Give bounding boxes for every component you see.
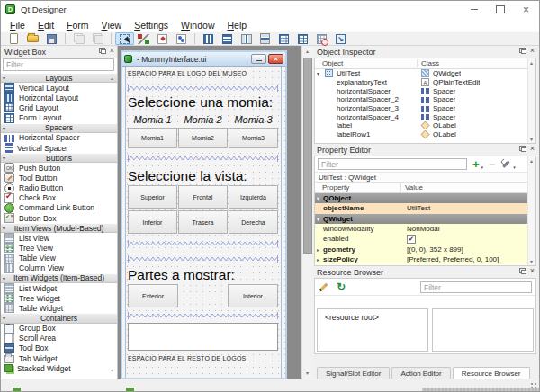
object-row[interactable]: label QLabel — [315, 121, 536, 130]
horizontal-spacer[interactable] — [128, 85, 278, 92]
widget-box-row[interactable]: ▾ Button Box — [1, 213, 117, 223]
toolbar-button[interactable] — [153, 32, 172, 45]
toolbar-button[interactable] — [65, 33, 66, 44]
column-class[interactable]: Class — [418, 59, 439, 67]
close-panel-icon[interactable]: × — [530, 146, 535, 151]
widget-box-row[interactable]: ▾ Vertical Layout — [1, 83, 117, 93]
expander-icon[interactable]: ▾ — [315, 216, 323, 222]
toolbar-button[interactable] — [111, 33, 112, 44]
menu-item[interactable]: Help — [220, 19, 253, 31]
configure-icon[interactable] — [500, 159, 511, 170]
toolbar-button[interactable] — [274, 32, 293, 45]
widget-box-row[interactable]: ▾ Containers — [1, 313, 117, 323]
property-editor-scrollbar[interactable]: ▴ ▾ — [527, 156, 536, 265]
expander-icon[interactable]: ▸ — [315, 246, 323, 253]
expander-icon[interactable]: ▾ — [315, 195, 323, 201]
form-close-button[interactable]: × — [268, 54, 284, 64]
widget-box-row[interactable]: ▾ Scroll Area — [1, 334, 117, 343]
scroll-up-icon[interactable]: ▴ — [530, 157, 533, 164]
close-panel-icon[interactable]: × — [530, 48, 535, 53]
view-button[interactable]: Frontal — [178, 185, 228, 209]
scroll-up-icon[interactable]: ▴ — [530, 59, 533, 66]
form-canvas[interactable]: ESPACIO PARA EL LOGO DEL MUSEO Seleccion… — [122, 67, 285, 378]
widget-box-row[interactable]: ▾ Buttons — [1, 153, 117, 163]
widget-box-row[interactable]: ▾ Form Layout — [1, 113, 117, 123]
scroll-down-icon[interactable]: ▾ — [306, 370, 309, 376]
property-row[interactable]: ▸ sizePolicy [Preferred, Preferred, 0, 1… — [315, 254, 536, 264]
expander-icon[interactable]: ▸ — [315, 256, 323, 263]
mummy-button[interactable]: Momia2 — [178, 128, 228, 148]
expander-icon[interactable]: ▾ — [317, 70, 325, 76]
mummy-label[interactable]: Momia 1 — [128, 114, 177, 125]
toolbar-button[interactable] — [42, 32, 61, 45]
object-row[interactable]: explanatoryText QPlainTextEdit — [315, 78, 536, 87]
widget-box-row[interactable]: ▾ Spacers — [1, 123, 117, 133]
object-row[interactable]: labelRow1 QLabel — [315, 130, 536, 139]
float-panel-icon[interactable] — [519, 146, 526, 151]
toolbar-button[interactable] — [293, 32, 312, 45]
close-panel-icon[interactable]: × — [110, 48, 114, 53]
resource-root-item[interactable]: <resource root> — [325, 313, 379, 322]
column-value[interactable]: Value — [401, 183, 423, 192]
toolbar-button[interactable] — [331, 32, 350, 45]
property-filter-input[interactable] — [318, 158, 467, 170]
widget-box-row[interactable]: ▾ Group Box — [1, 324, 117, 334]
parts-heading[interactable]: Partes a mostrar: — [128, 267, 278, 283]
widget-box-row[interactable]: ▾ Horizontal Spacer — [1, 133, 117, 143]
scroll-up-icon[interactable]: ▴ — [306, 49, 309, 54]
menu-item[interactable]: File — [4, 19, 32, 31]
widget-box-row[interactable]: ▾ Horizontal Layout — [1, 93, 117, 102]
widget-box-row[interactable]: ▾ List Widget — [1, 283, 117, 293]
toolbar-button[interactable] — [88, 32, 107, 45]
toolbar-button[interactable] — [256, 32, 274, 45]
widget-box-row[interactable]: ▾ Command Link Button — [1, 203, 117, 213]
widget-box-row[interactable]: ▾ Grid Layout — [1, 102, 117, 112]
view-button[interactable]: Superior — [128, 185, 177, 209]
widget-box-row[interactable]: ▾ Push Button — [1, 163, 117, 173]
widget-box-row[interactable]: ▾ Tool Button — [1, 173, 117, 183]
toolbar-button[interactable] — [218, 32, 237, 45]
mummy-label[interactable]: Momia 3 — [229, 114, 278, 125]
scroll-down-icon[interactable]: ▾ — [530, 258, 533, 264]
widget-box-row[interactable]: ▾ Tree Widget — [1, 293, 117, 303]
widget-box-row[interactable]: ▾ Tab Widget — [1, 353, 117, 363]
widget-box-row[interactable]: ▾ Table Widget — [1, 303, 117, 313]
dock-tab[interactable]: Signal/Slot Editor — [317, 367, 390, 379]
minimize-button[interactable] — [461, 1, 487, 18]
property-row[interactable]: ▸ geometry [(0, 0), 352 x 899] — [315, 244, 536, 254]
widget-box-row[interactable]: ▾ Table View — [1, 254, 117, 263]
close-panel-icon[interactable]: × — [530, 268, 535, 273]
horizontal-spacer[interactable] — [128, 312, 278, 319]
view-button[interactable]: Izquierda — [229, 185, 278, 209]
widget-box-filter-input[interactable] — [3, 58, 114, 71]
part-button[interactable]: Exterior — [128, 284, 178, 307]
widget-box-row[interactable]: ▾ Layouts — [1, 73, 117, 83]
remove-property-icon[interactable]: − — [489, 160, 495, 169]
widget-box-row[interactable]: ▾ Vertical Spacer — [1, 143, 117, 153]
logo-space-label[interactable]: ESPACIO PARA EL LOGO DEL MUSEO — [128, 70, 278, 76]
float-panel-icon[interactable] — [519, 48, 526, 53]
property-row[interactable]: enabled — [315, 234, 536, 244]
resource-detail-pane[interactable] — [432, 308, 534, 352]
maximize-button[interactable] — [487, 1, 513, 18]
explanatory-text-edit[interactable] — [128, 323, 278, 351]
scroll-down-icon[interactable]: ▾ — [530, 136, 533, 142]
form-minimize-button[interactable] — [251, 54, 266, 64]
object-row[interactable]: horizontalSpacer Spacer — [315, 86, 536, 95]
toolbar-button[interactable] — [172, 32, 191, 45]
widget-box-row[interactable]: ▾ Tool Box — [1, 343, 117, 353]
widget-box-row[interactable]: ▾ Radio Button — [1, 183, 117, 193]
menu-item[interactable]: Settings — [128, 19, 175, 31]
widget-box-row[interactable]: ▾ Stacked Widget — [1, 363, 117, 373]
widget-box-row[interactable]: ▾ Tree View — [1, 243, 117, 253]
view-button[interactable]: Inferior — [128, 210, 177, 234]
toolbar-button[interactable] — [4, 32, 23, 45]
view-button[interactable]: Trasera — [178, 210, 228, 234]
add-property-icon[interactable]: + — [472, 160, 480, 169]
toolbar-button[interactable] — [69, 32, 88, 45]
menu-item[interactable]: Window — [175, 19, 220, 31]
column-object[interactable]: Object — [315, 59, 418, 67]
resource-filter-input[interactable] — [420, 281, 532, 293]
toolbar-button[interactable] — [199, 32, 218, 45]
reload-resources-icon[interactable]: ↻ — [337, 282, 346, 292]
